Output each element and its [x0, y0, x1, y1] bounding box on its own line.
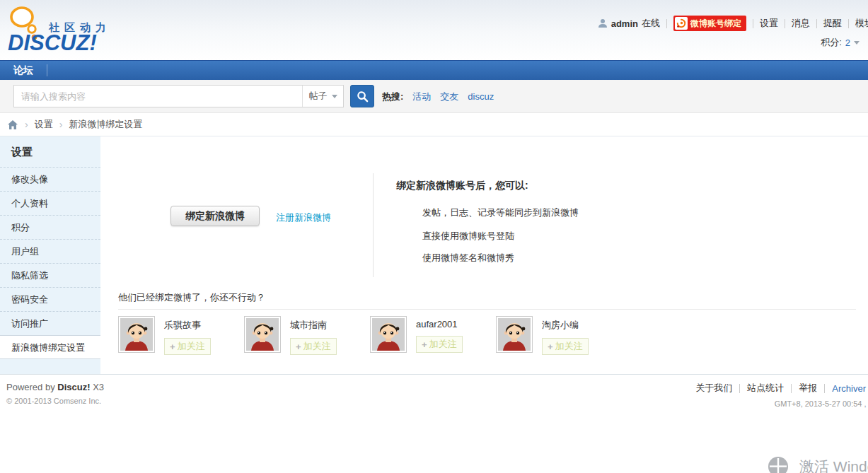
search-bar: 帖子 热搜: 活动 交友 discuz [0, 80, 868, 113]
breadcrumb-weibo-bind[interactable]: 新浪微博绑定设置 [69, 118, 142, 131]
credits-value: 2 [845, 37, 850, 48]
search-button[interactable] [350, 85, 374, 107]
follow-button[interactable]: + 加关注 [542, 338, 589, 355]
menu-notifications[interactable]: 提醒 [823, 17, 842, 30]
search-box: 帖子 [13, 85, 344, 107]
bind-weibo-button[interactable]: 绑定新浪微博 [170, 206, 260, 226]
footer-link-archiver[interactable]: Archiver [832, 383, 866, 394]
windows-activation-watermark: 激活 Windows [768, 456, 868, 473]
divider [824, 384, 825, 393]
weibo-bind-panel: 绑定新浪微博 注册新浪微博 绑定新浪微博账号后，您可以: 发帖，日志、记录等能同… [100, 136, 868, 375]
windows-logo-icon [768, 456, 789, 473]
plus-icon: + [170, 341, 175, 352]
footer-link-stats[interactable]: 站点统计 [747, 382, 784, 395]
main-nav: 论坛 [0, 60, 868, 80]
copyright: © 2001-2013 Comsenz Inc. [6, 397, 104, 405]
benefit-item: 使用微博签名和微博秀 [422, 252, 514, 264]
home-icon[interactable] [7, 119, 18, 130]
search-icon [357, 90, 369, 103]
breadcrumb-settings[interactable]: 设置 [35, 118, 53, 131]
register-weibo-link[interactable]: 注册新浪微博 [276, 211, 331, 224]
powered-prefix: Powered by [6, 382, 55, 392]
sidebar-title: 设置 [0, 136, 100, 167]
sidebar-item-credits[interactable]: 积分 [0, 215, 100, 239]
current-user[interactable]: admin 在线 [598, 17, 660, 30]
divider [791, 384, 792, 393]
benefit-item: 发帖，日志、记录等能同步到新浪微博 [422, 206, 579, 219]
hot-link-activity[interactable]: 活动 [412, 90, 431, 103]
breadcrumb: › 设置 › 新浪微博绑定设置 [7, 113, 142, 136]
weibo-user-name: 淘房小编 [542, 319, 589, 332]
weibo-user-card: 乐骐故事 + 加关注 [118, 316, 244, 355]
sidebar-item-profile[interactable]: 个人资料 [0, 191, 100, 215]
footer-links-block: 关于我们 站点统计 举报 Archiver GMT+8, 2013-5-27 0… [695, 382, 868, 408]
footer-link-report[interactable]: 举报 [799, 382, 817, 395]
hot-link-friends[interactable]: 交友 [440, 90, 458, 103]
sidebar-item-password[interactable]: 密码安全 [0, 287, 100, 311]
follow-label: 加关注 [178, 340, 205, 353]
powered-version: X3 [93, 382, 104, 392]
menu-settings[interactable]: 设置 [760, 17, 778, 30]
search-type-dropdown[interactable]: 帖子 [302, 86, 343, 107]
bound-users-row: 乐骐故事 + 加关注 [118, 316, 622, 355]
divider [739, 384, 740, 393]
plus-icon: + [296, 341, 301, 352]
follow-label: 加关注 [303, 340, 331, 353]
plus-icon: + [422, 339, 427, 350]
footer-powered: Powered by Discuz! X3 © 2001-2013 Comsen… [6, 382, 104, 405]
credits[interactable]: 积分: 2 [821, 36, 860, 49]
weibo-badge-label: 微博账号绑定 [690, 18, 741, 30]
footer-timestamp: GMT+8, 2013-5-27 00:54 , P [695, 399, 868, 408]
site-header: 社区动力 DISCUZ! admin 在线 [0, 0, 868, 60]
weibo-icon [675, 17, 688, 30]
hot-search: 热搜: 活动 交友 discuz [382, 80, 494, 113]
sidebar-item-avatar[interactable]: 修改头像 [0, 167, 100, 191]
divider [816, 19, 817, 28]
discuz-logo[interactable]: 社区动力 DISCUZ! [7, 4, 163, 59]
follow-button[interactable]: + 加关注 [416, 336, 463, 353]
sidebar-item-usergroup[interactable]: 用户组 [0, 239, 100, 263]
hot-link-discuz[interactable]: discuz [468, 91, 494, 102]
site-footer: Powered by Discuz! X3 © 2001-2013 Comsen… [0, 374, 868, 418]
credits-label: 积分: [821, 36, 842, 49]
weibo-user-card: 城市指南 + 加关注 [244, 316, 370, 355]
user-info: 乐骐故事 + 加关注 [164, 316, 211, 355]
user-info: 淘房小编 + 加关注 [542, 316, 589, 355]
sidebar-item-privacy[interactable]: 隐私筛选 [0, 263, 100, 287]
follow-label: 加关注 [555, 340, 583, 353]
vertical-divider [373, 173, 374, 277]
avatar [496, 316, 533, 353]
search-input[interactable] [14, 86, 302, 107]
weibo-bind-badge[interactable]: 微博账号绑定 [673, 16, 746, 31]
content-area: 设置 修改头像 个人资料 积分 用户组 隐私筛选 密码安全 访问推广 新浪微博绑… [0, 136, 868, 374]
avatar [370, 316, 407, 353]
powered-brand[interactable]: Discuz! [57, 382, 90, 392]
chevron-down-icon [332, 95, 337, 101]
footer-links: 关于我们 站点统计 举报 Archiver [695, 382, 868, 395]
weibo-user-card: 淘房小编 + 加关注 [496, 316, 622, 355]
follow-label: 加关注 [429, 338, 457, 351]
footer-link-about[interactable]: 关于我们 [695, 382, 732, 395]
settings-sidebar: 设置 修改头像 个人资料 积分 用户组 隐私筛选 密码安全 访问推广 新浪微博绑… [0, 136, 100, 375]
breadcrumb-separator: › [25, 119, 28, 130]
divider [666, 19, 667, 28]
plus-icon: + [548, 341, 553, 352]
page: 社区动力 DISCUZ! admin 在线 [0, 0, 868, 473]
tab-forum[interactable]: 论坛 [0, 61, 47, 80]
divider [848, 19, 849, 28]
menu-messages[interactable]: 消息 [792, 17, 810, 30]
weibo-user-card: aufar2001 + 加关注 [370, 316, 496, 355]
sidebar-item-promotion[interactable]: 访问推广 [0, 311, 100, 335]
avatar [244, 316, 281, 353]
follow-button[interactable]: + 加关注 [290, 338, 337, 355]
follow-button[interactable]: + 加关注 [164, 338, 211, 355]
divider [785, 19, 785, 28]
username: admin [611, 18, 638, 29]
search-type-value: 帖子 [309, 90, 328, 103]
sidebar-item-weibo-bind[interactable]: 新浪微博绑定设置 [0, 335, 100, 359]
user-icon [598, 18, 608, 28]
menu-modules[interactable]: 模块 [855, 17, 868, 30]
nav-divider [47, 64, 47, 76]
weibo-user-name: 乐骐故事 [164, 319, 211, 332]
weibo-user-name: aufar2001 [416, 319, 463, 329]
